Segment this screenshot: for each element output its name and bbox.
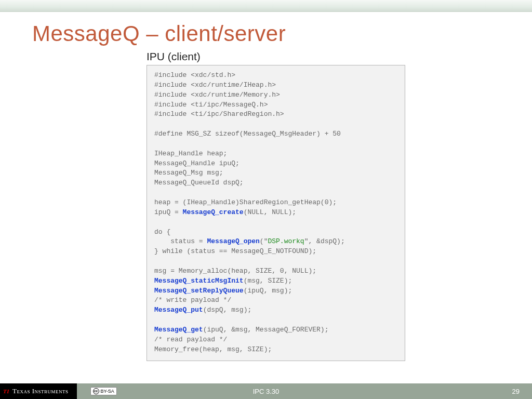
code-content: #include <xdc/std.h> #include <xdc/runti… [154, 71, 397, 354]
company-logo: ti Texas Instruments [0, 383, 77, 399]
cc-icon: cc [93, 388, 99, 394]
license-text: BY-SA [101, 389, 114, 394]
license-badge: cc BY-SA [90, 387, 117, 395]
ti-mark-icon: ti [3, 386, 9, 395]
top-accent-strip [0, 0, 532, 12]
company-name: Texas Instruments [12, 387, 69, 395]
footer-caption: IPC 3.30 [0, 388, 532, 395]
slide-title: MessageQ – client/server [32, 21, 532, 46]
slide-footer: ti Texas Instruments cc BY-SA IPC 3.30 2… [0, 383, 532, 399]
code-block: #include <xdc/std.h> #include <xdc/runti… [147, 65, 405, 361]
slide: MessageQ – client/server IPU (client) #i… [0, 0, 532, 399]
page-number: 29 [512, 388, 520, 395]
code-heading: IPU (client) [147, 50, 532, 63]
